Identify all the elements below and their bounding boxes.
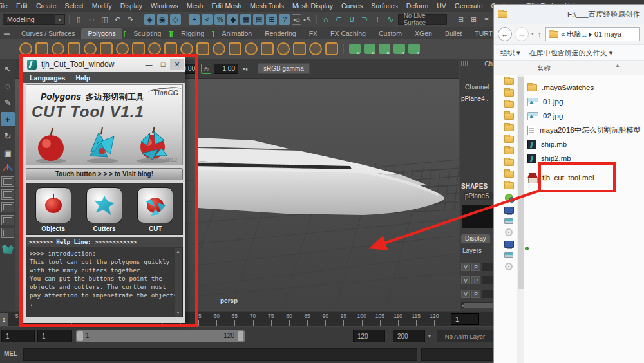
layer-visible-toggle[interactable]: V: [461, 263, 470, 271]
tree-item-icon[interactable]: [504, 252, 513, 258]
tab-bullet[interactable]: Bullet: [439, 28, 468, 39]
shelf-icon[interactable]: [196, 42, 209, 55]
menu-item[interactable]: Edit Mesh: [209, 2, 243, 10]
layer-playback-toggle[interactable]: P: [471, 290, 480, 298]
tree-scrollbar[interactable]: [517, 75, 524, 363]
shelf-icon[interactable]: [325, 42, 338, 55]
layout-two-pane-button[interactable]: [1, 202, 14, 212]
snap-icon[interactable]: [359, 14, 370, 25]
shelf-icon[interactable]: [84, 42, 97, 55]
up-button[interactable]: ↑: [538, 30, 542, 39]
time-tick[interactable]: 110: [389, 312, 407, 326]
layout-persp-outliner-button[interactable]: [1, 215, 14, 225]
tab-rigging[interactable]: Rigging: [175, 28, 211, 39]
tree-item-icon[interactable]: [504, 159, 514, 166]
menu-set-dropdown[interactable]: Modeling ▼: [3, 14, 65, 25]
shelf-icon[interactable]: [245, 42, 258, 55]
file-row[interactable]: tjh_cut_tool.mel: [527, 172, 643, 183]
shelf-icon-green[interactable]: [379, 44, 390, 54]
view-transform-icon[interactable]: ◐: [241, 64, 251, 74]
time-tick[interactable]: 65: [225, 312, 243, 326]
layer-visible-toggle[interactable]: V: [461, 290, 470, 298]
scale-tool-icon[interactable]: [1, 145, 15, 160]
menu-item[interactable]: Surfaces: [369, 2, 399, 10]
tree-item-icon[interactable]: [504, 101, 514, 108]
selection-mode-icon[interactable]: [170, 14, 181, 25]
layer-color-cell[interactable]: [482, 290, 493, 298]
visit-blog-button[interactable]: Touch button > > > to Visit blog!: [26, 168, 183, 180]
animation-start-field[interactable]: 1: [1, 330, 35, 342]
history-icon[interactable]: [455, 14, 466, 25]
menu-languages[interactable]: Languages: [30, 74, 65, 82]
explorer-titlebar[interactable]: F:\___百度经验原创作: [494, 5, 644, 24]
tree-item-icon[interactable]: [505, 194, 513, 202]
objects-button[interactable]: [35, 187, 71, 223]
shelf-icon[interactable]: [19, 42, 32, 55]
animation-end-field[interactable]: 200: [393, 330, 425, 342]
cut-tool-titlebar[interactable]: tjh_Cut_Tool_window — □ ✕: [23, 57, 185, 72]
selection-mask-icon[interactable]: [214, 14, 225, 25]
recent-pages-dropdown-icon[interactable]: ▾: [531, 32, 534, 37]
time-tick[interactable]: 85: [298, 312, 316, 326]
time-tick[interactable]: 90: [316, 312, 334, 326]
selection-mask-icon[interactable]: [227, 14, 238, 25]
cutters-button[interactable]: [86, 187, 122, 223]
menu-item[interactable]: Curves: [339, 2, 365, 10]
tree-item-icon[interactable]: [504, 207, 514, 214]
selected-object-name[interactable]: pPlane4 .: [461, 95, 488, 102]
time-tick[interactable]: 60: [207, 312, 225, 326]
layer-color-cell[interactable]: [482, 276, 493, 284]
shelf-icon[interactable]: [52, 42, 64, 55]
tab-animation[interactable]: Animation: [215, 28, 258, 39]
breadcrumb[interactable]: « 电脑... ▸ 01 maya: [561, 30, 621, 39]
menu-item[interactable]: Modify: [90, 2, 114, 10]
layer-playback-toggle[interactable]: P: [471, 263, 480, 271]
selection-mask-icon[interactable]: [202, 14, 213, 25]
menu-item[interactable]: UV: [435, 2, 448, 10]
playback-end-field[interactable]: 120: [353, 330, 385, 342]
scroll-up-icon[interactable]: ▲: [176, 248, 180, 255]
shelf-icon[interactable]: [116, 42, 129, 55]
scrollbar-thumb[interactable]: [518, 77, 524, 289]
status-icon[interactable]: [86, 14, 97, 25]
layout-custom-button[interactable]: [1, 228, 14, 238]
selection-mask-icon[interactable]: [253, 14, 264, 25]
menu-item[interactable]: Create: [34, 2, 59, 10]
channels-menu[interactable]: Channel: [465, 84, 489, 91]
tree-item-icon[interactable]: [504, 89, 514, 97]
organize-menu[interactable]: 组织 ▾: [500, 48, 520, 58]
shelf-icon[interactable]: [100, 42, 113, 55]
forward-button[interactable]: →: [515, 27, 529, 41]
menu-help[interactable]: Help: [75, 74, 90, 82]
time-tick[interactable]: 75: [262, 312, 280, 326]
status-icon[interactable]: [125, 14, 136, 25]
time-tick[interactable]: 105: [371, 312, 389, 326]
cut-button[interactable]: [137, 187, 173, 223]
shelf-icon[interactable]: [261, 42, 274, 55]
menu-item[interactable]: Edit: [14, 2, 30, 10]
menu-item[interactable]: File: [0, 2, 10, 10]
shelf-icon-green[interactable]: [364, 44, 375, 54]
shelf-icon[interactable]: [35, 42, 48, 55]
live-surface-field[interactable]: No Live Surface: [398, 14, 448, 25]
shape-node-name[interactable]: pPlaneS: [464, 192, 495, 200]
tab-display[interactable]: Display: [461, 234, 490, 243]
tab-sculpting[interactable]: Sculpting: [127, 28, 167, 39]
tree-item-icon[interactable]: [504, 124, 514, 131]
time-tick[interactable]: 55: [189, 312, 207, 326]
selection-mask-icon[interactable]: [240, 14, 251, 25]
selection-mode-icon[interactable]: [144, 14, 155, 25]
help-text-area[interactable]: >>>> introduction: This tool can cut the…: [26, 247, 183, 317]
tree-item-icon[interactable]: [504, 147, 514, 154]
file-row[interactable]: maya2016中怎么切割沉船模型: [527, 124, 643, 136]
horizontal-scrollbar[interactable]: ◂: [461, 302, 493, 308]
history-icon[interactable]: [468, 14, 479, 25]
panel-grip-icon[interactable]: [461, 61, 475, 66]
selection-mask-icon[interactable]: [266, 14, 277, 25]
mel-label[interactable]: MEL: [4, 350, 17, 357]
snap-icon[interactable]: [346, 14, 357, 25]
snap-icon[interactable]: [385, 14, 396, 25]
playback-start-field[interactable]: 1: [37, 330, 72, 342]
file-row[interactable]: .mayaSwatches: [527, 82, 643, 93]
menu-item[interactable]: Display: [118, 2, 144, 10]
